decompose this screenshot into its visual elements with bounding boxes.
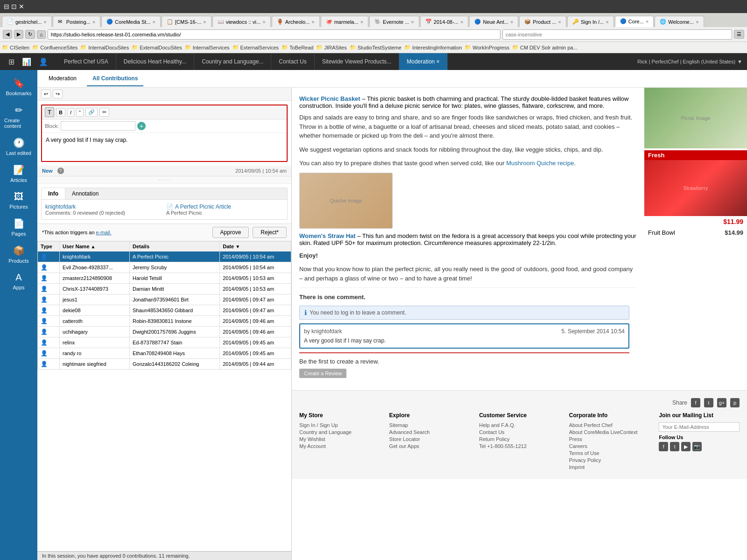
- tab-close-icon[interactable]: ×: [360, 19, 363, 25]
- block-input[interactable]: [61, 121, 135, 131]
- bookmark-item[interactable]: 📁ExternalDocuSites: [132, 44, 182, 50]
- table-row[interactable]: 👤 knightofdark A Perfect Picnic 2014/09/…: [38, 252, 291, 262]
- browser-tab[interactable]: 📅2014-08-...×: [420, 16, 469, 27]
- editor-italic-btn[interactable]: I: [67, 108, 74, 117]
- bookmark-item[interactable]: 📁InterestingInformation: [404, 44, 462, 50]
- cms-topnav-tab[interactable]: Contact Us: [271, 53, 314, 70]
- bookmark-item[interactable]: 📁InternalDocuSites: [80, 44, 129, 50]
- browser-tab[interactable]: 🔑Sign In /...×: [567, 16, 614, 27]
- tab-close-icon[interactable]: ×: [646, 19, 648, 24]
- bookmark-item[interactable]: 📁ConfluenceSites: [32, 44, 78, 50]
- facebook-icon[interactable]: f: [659, 442, 668, 451]
- tab-close-icon[interactable]: ×: [606, 19, 608, 25]
- browser-tab[interactable]: 📋[CMS-16-...×: [162, 16, 211, 27]
- nav-back[interactable]: ◀: [3, 30, 12, 39]
- nav-home[interactable]: ⌂: [37, 30, 46, 39]
- table-row[interactable]: 👤 catteroth Robin-839830811 Instone 2014…: [38, 316, 291, 327]
- table-row[interactable]: 👤 Evil Zhoae-4928337... Jeremy Scruby 20…: [38, 262, 291, 273]
- bookmark-item[interactable]: 📁InternalServices: [185, 44, 230, 50]
- tab-close-icon[interactable]: ×: [92, 19, 95, 25]
- cms-topnav-tab[interactable]: Country and Language...: [194, 53, 271, 70]
- table-row[interactable]: 👤 jesus1 Jonathan973594601 Birt 2014/09/…: [38, 294, 291, 305]
- footer-link[interactable]: Careers: [569, 443, 650, 449]
- footer-link[interactable]: Sitemap: [389, 422, 470, 428]
- cms-topnav-tab[interactable]: Sitewide Viewed Products...: [315, 53, 400, 70]
- facebook-share-icon[interactable]: f: [691, 398, 700, 407]
- footer-link[interactable]: Contact Us: [479, 429, 560, 435]
- sidebar-item-pages[interactable]: 📄Pages: [2, 214, 35, 240]
- browser-tab[interactable]: 🐘Evernote ...×: [369, 16, 419, 27]
- nav-forward[interactable]: ▶: [14, 30, 23, 39]
- contrib-tab-info[interactable]: Info: [42, 188, 65, 199]
- tab-close-icon[interactable]: ×: [43, 19, 46, 25]
- sidebar-item-articles[interactable]: 📝Articles: [2, 161, 35, 187]
- sidebar-item-create-content[interactable]: ✏Create content: [2, 101, 35, 133]
- editor-format-btn[interactable]: T: [45, 107, 54, 117]
- table-row[interactable]: 👤 randy ro Ethan708249408 Hays 2014/09/0…: [38, 348, 291, 359]
- gplus-share-icon[interactable]: g+: [717, 398, 726, 407]
- wicker-basket-link[interactable]: Wicker Picnic Basket: [299, 95, 360, 102]
- tab-close-icon[interactable]: ×: [153, 19, 155, 25]
- help-icon[interactable]: ?: [57, 168, 64, 174]
- tab-close-icon[interactable]: ×: [262, 19, 265, 25]
- sidebar-item-bookmarks[interactable]: 🔖Bookmarks: [2, 74, 35, 100]
- redo-btn[interactable]: ↪: [53, 90, 63, 98]
- cms-user-icon[interactable]: 👤: [35, 57, 52, 66]
- tab-close-icon[interactable]: ×: [203, 19, 206, 25]
- sidebar-item-pictures[interactable]: 🖼Pictures: [2, 188, 35, 213]
- editor-content[interactable]: A very good list if I may say crap.: [42, 133, 287, 161]
- footer-link[interactable]: Help and F.A.Q.: [479, 422, 560, 428]
- footer-link[interactable]: My Account: [299, 443, 380, 449]
- col-date[interactable]: Date ▼: [220, 242, 291, 252]
- bookmark-item[interactable]: 📁ExternalServices: [233, 44, 279, 50]
- footer-link[interactable]: Get our Apps: [389, 443, 470, 449]
- footer-email-input[interactable]: [659, 422, 740, 432]
- contrib-article-link[interactable]: 📄 A Perfect Picnic Article: [166, 203, 283, 210]
- bookmark-item[interactable]: 📁CM DEV Solr admin pa...: [512, 44, 578, 50]
- sort-date[interactable]: ▼: [235, 244, 240, 249]
- block-add-btn[interactable]: +: [137, 122, 146, 130]
- browser-tab[interactable]: 🔵Core...×: [615, 16, 654, 27]
- col-username[interactable]: User Name ▲: [60, 242, 130, 252]
- footer-link[interactable]: Press: [569, 436, 650, 442]
- tab-close-icon[interactable]: ×: [311, 19, 314, 25]
- create-review-btn[interactable]: Create a Review: [299, 369, 346, 378]
- youtube-icon[interactable]: ▶: [681, 442, 691, 451]
- table-row[interactable]: 👤 dekie08 Shaun485343650 Gibbard 2014/09…: [38, 305, 291, 316]
- window-controls[interactable]: ⊟ ⊡ ✕: [4, 3, 24, 10]
- footer-link[interactable]: My Wishlist: [299, 436, 380, 442]
- bookmark-item[interactable]: 📁ToBeRead: [282, 44, 313, 50]
- action-email-link[interactable]: e-mail.: [96, 230, 112, 235]
- cms-settings-icon[interactable]: ▼: [737, 59, 742, 64]
- browser-tab[interactable]: 📦Product ...×: [519, 16, 566, 27]
- editor-link-btn[interactable]: 🔗: [85, 108, 98, 117]
- footer-link[interactable]: Return Policy: [479, 436, 560, 442]
- browser-tab[interactable]: ✉Posteing...×: [53, 16, 100, 27]
- footer-link[interactable]: About CoreMedia LiveContext: [569, 429, 650, 435]
- browser-tab[interactable]: 🔵Neue Ant...×: [469, 16, 518, 27]
- table-row[interactable]: 👤 relinx Ed-8737887747 Stain 2014/09/05 …: [38, 337, 291, 348]
- table-row[interactable]: 👤 zmasterz2124890908 Harold Tetsill 2014…: [38, 273, 291, 284]
- footer-link[interactable]: Terms of Use: [569, 450, 650, 456]
- twitter-icon[interactable]: t: [670, 442, 679, 451]
- cms-topnav-tab[interactable]: Delicious Heart Healthy...: [116, 53, 195, 70]
- cms-topnav-tab[interactable]: Perfect Chef USA: [56, 53, 116, 70]
- footer-link[interactable]: Country and Language: [299, 429, 380, 435]
- tab-close-icon[interactable]: ×: [558, 19, 561, 25]
- browser-tab[interactable]: 📖viewdocs :: vi...×: [212, 16, 271, 27]
- footer-link[interactable]: Sign In / Sign Up: [299, 422, 380, 428]
- search-bar[interactable]: [502, 29, 732, 40]
- table-row[interactable]: 👤 uchihagary Dwight2001757696 Juggins 20…: [38, 327, 291, 337]
- editor-bold-btn[interactable]: B: [56, 108, 65, 117]
- tab-close-icon[interactable]: ×: [696, 19, 698, 25]
- footer-link[interactable]: Imprint: [569, 464, 650, 470]
- sidebar-item-last-edited[interactable]: 🕐Last edited: [2, 133, 35, 160]
- editor-cut-btn[interactable]: ✂: [99, 108, 109, 117]
- footer-link[interactable]: Advanced Search: [389, 429, 470, 435]
- contrib-user-link[interactable]: knightofdark: [45, 203, 162, 210]
- reject-btn[interactable]: Reject*: [253, 227, 287, 238]
- footer-link[interactable]: About Perfect Chef: [569, 422, 650, 428]
- mushroom-link[interactable]: Mushroom Quiche recipe: [506, 160, 574, 167]
- editor-quote-btn[interactable]: ": [76, 108, 84, 117]
- twitter-share-icon[interactable]: t: [704, 398, 713, 407]
